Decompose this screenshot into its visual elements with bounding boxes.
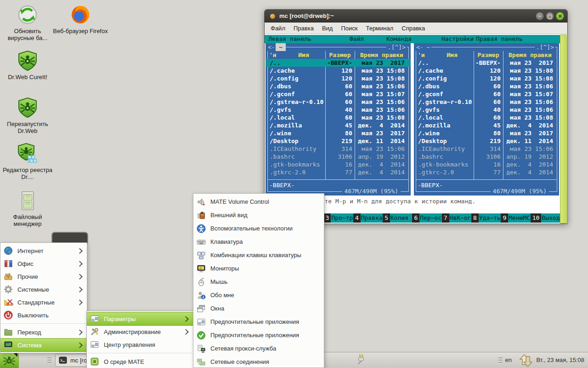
fkey-10[interactable]: 10Выход [531,213,560,223]
file-row[interactable]: .bashrc3106апр. 19 2012 [414,153,559,161]
panel-corner-controls[interactable]: .[^]> [386,43,407,51]
menu-item[interactable]: Мониторы [193,262,324,275]
mc-menu-item[interactable]: Команда [386,35,412,43]
menu-item[interactable]: Предпочтительные приложения [193,328,324,342]
menu-item[interactable]: MATE Volume Control [193,195,324,208]
menu-item[interactable]: Интернет [0,244,87,257]
file-row[interactable]: /.wine80мая 23 2017 [414,129,559,137]
file-row[interactable]: /Desktop219дек. 11 2014 [266,137,410,145]
panel-left-arrow[interactable]: <- [266,43,277,51]
file-row[interactable]: /.gvfs40мая 23 15:06 [266,106,410,114]
panel-left-arrow[interactable]: <- [415,43,425,51]
file-row[interactable]: /.config120мая 23 15:08 [266,75,410,82]
mc-menu-item[interactable]: Правая панель [476,35,523,43]
menu-item[interactable]: Центр управления [87,338,193,351]
file-row[interactable]: /.local60мая 23 15:08 [266,114,410,121]
col-size[interactable]: Размер [325,51,355,59]
terminal-menu-item[interactable]: Файл [266,23,289,34]
tray-handle[interactable] [498,357,503,363]
terminal-scrollbar[interactable] [560,34,567,224]
menu-item[interactable]: Офис [0,257,87,270]
fkey-3[interactable]: 3Про~тр [324,213,353,223]
file-row[interactable]: .gtkrc-2.077дек. 4 2014 [414,168,559,176]
menu-item[interactable]: О среде MATE [87,355,193,368]
mc-menu-item[interactable]: Настройки [441,35,474,43]
col-size[interactable]: Размер [474,51,503,59]
mc-menu-item[interactable]: Файл [350,35,364,43]
keyboard-layout-indicator[interactable]: en [505,356,512,363]
maximize-button[interactable]: ▢ [546,12,554,20]
terminal-menu-item[interactable]: Поиск [337,23,362,34]
terminal-menu-item[interactable]: Терминал [362,23,397,34]
panel-handle[interactable] [47,357,51,363]
desktop-icon[interactable]: Dr.Web CureIt! [0,50,55,80]
file-row[interactable]: .bashrc3106апр. 19 2012 [266,153,410,161]
file-row[interactable]: /.mozilla45дек. 4 2014 [266,121,410,129]
menu-item[interactable]: Комбинации клавиш клавиатуры [193,248,324,262]
desktop-icon[interactable]: Обновить вирусные ба... [0,4,55,41]
file-row[interactable]: .gtk-bookmarks16дек. 4 2014 [414,161,559,168]
menu-item[interactable]: Переход [0,326,87,339]
file-row[interactable]: .ICEauthority314мая 23 15:06 [414,145,559,153]
file-row[interactable]: /.gstrea~r-0.1060мая 23 15:06 [414,98,559,106]
desktop-icon[interactable]: Перезапустить Dr.Web [0,97,55,134]
layout-switch-icon[interactable] [518,354,534,368]
desktop-icon[interactable]: Веб-браузер Firefox [53,4,108,34]
menu-item[interactable]: Вспомогательные технологии [193,222,324,235]
mc-menu-item[interactable]: Левая панель [268,35,311,43]
file-row[interactable]: /.gconf60мая 23 15:07 [266,90,410,98]
menu-item[interactable]: Предпочтительные приложения [193,315,324,328]
fkey-5[interactable]: 5Копия [383,213,412,223]
file-row[interactable]: /Desktop219дек. 11 2014 [414,137,559,145]
terminal-menu-item[interactable]: Правка [289,23,318,34]
file-row[interactable]: /.gvfs40мая 23 15:06 [414,106,559,114]
menu-item[interactable]: Мышь [193,275,324,288]
fkey-8[interactable]: 8Уда~ть [471,213,501,223]
menu-item[interactable]: Сетевая прокси-служба [193,342,324,355]
minimize-button[interactable]: − [536,12,544,20]
fkey-6[interactable]: 6Пер~ос [412,213,441,223]
file-row[interactable]: .gtkrc-2.077дек. 4 2014 [266,168,410,176]
panel-corner-controls[interactable]: .[^]> [535,43,555,51]
col-mtime[interactable]: Время правки [355,51,409,59]
terminal-menu-item[interactable]: Вид [318,23,337,34]
file-row[interactable]: /.dbus60мая 23 15:06 [266,82,410,90]
menu-item[interactable]: Выключить [0,309,87,322]
file-row[interactable]: /.local60мая 23 15:08 [414,114,559,121]
col-mtime[interactable]: Время правки [503,51,557,59]
menu-item[interactable]: Стандартные [0,296,87,309]
desktop-icon[interactable]: Редактор реестра Dr.... [0,143,55,180]
menu-item[interactable]: Администрирование [87,325,193,338]
file-row[interactable]: /.mozilla45дек. 4 2014 [414,121,559,129]
file-row[interactable]: /.wine80мая 23 2017 [266,129,410,137]
panel-path[interactable]: ~ [425,43,431,51]
file-row[interactable]: /.dbus60мая 23 15:06 [414,82,559,90]
close-button[interactable]: ✕ [556,12,564,20]
clock[interactable]: Вт., 23 мая, 15:08 [536,356,584,363]
fkey-4[interactable]: 4Правка [353,213,383,223]
menu-item[interactable]: Сетевые соединения [193,355,324,368]
terminal-menu-item[interactable]: Справка [397,23,429,34]
file-row[interactable]: .gtk-bookmarks16дек. 4 2014 [266,161,410,168]
file-row[interactable]: /.cache120мая 23 15:08 [414,67,559,75]
file-row[interactable]: /.gstrea~r-0.1060мая 23 15:06 [266,98,410,106]
file-row[interactable]: /.cache120мая 23 15:08 [266,67,410,75]
menu-item[interactable]: Система [0,338,87,352]
menu-item[interactable]: Клавиатура [193,235,324,248]
fkey-7[interactable]: 7НвК~ог [442,213,471,223]
menu-item[interactable]: Системные [0,283,87,296]
fkey-9[interactable]: 9МенюМС [501,213,530,223]
menu-item[interactable]: Обо мне [193,288,324,302]
file-row[interactable]: .ICEauthority314мая 23 15:06 [266,145,410,153]
desktop-icon[interactable]: Файловый менеджер [0,190,55,227]
file-row[interactable]: /.config120мая 23 15:08 [414,75,559,82]
col-name[interactable]: Имя [430,51,474,59]
window-titlebar[interactable]: mc [root@drweb]:~ − ▢ ✕ [265,10,567,23]
menu-item[interactable]: Внешний вид [193,208,324,222]
col-name[interactable]: Имя [282,51,325,59]
panel-path[interactable]: ~ [276,43,286,51]
menu-item[interactable]: Параметры [87,312,193,326]
menu-item[interactable]: Прочие [0,270,87,283]
power-plug-icon[interactable] [356,354,366,368]
menu-item[interactable]: Окна [193,302,324,315]
